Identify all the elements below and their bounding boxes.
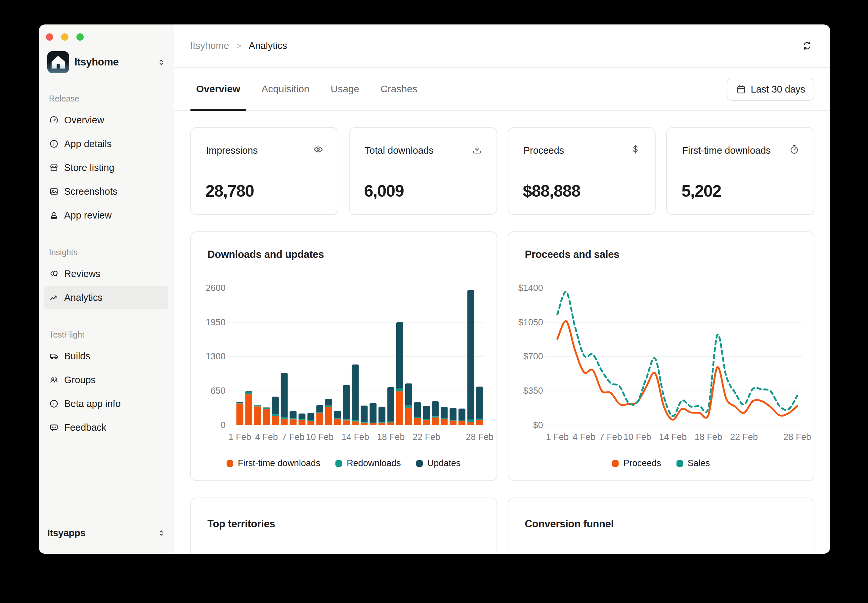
stat-title: Proceeds [524, 145, 564, 156]
date-range-button[interactable]: Last 30 days [727, 78, 814, 101]
svg-text:1 Feb: 1 Feb [229, 432, 251, 442]
svg-text:7 Feb: 7 Feb [282, 432, 305, 442]
calendar-icon [736, 84, 746, 94]
legend-label: Redownloads [347, 458, 401, 468]
conversion-funnel-card: Conversion funnel [508, 498, 815, 554]
svg-text:0: 0 [221, 420, 226, 430]
sidebar-item-overview[interactable]: Overview [44, 108, 168, 132]
info-icon [49, 399, 59, 409]
account-switcher[interactable]: Itsyapps [47, 523, 166, 543]
section-label-insights: Insights [49, 247, 165, 257]
chevrons-updown-icon [157, 58, 166, 67]
sidebar: Itsyhome ReleaseOverviewApp detailsStore… [39, 25, 174, 554]
legend-swatch [416, 460, 423, 467]
proceeds-sales-line-chart: $0$350$700$1050$14001 Feb4 Feb7 Feb10 Fe… [508, 232, 814, 480]
sidebar-item-label: Screenshots [64, 186, 118, 197]
minimize-window-button[interactable] [61, 33, 68, 41]
sidebar-item-store-listing[interactable]: Store listing [44, 156, 168, 179]
sidebar-item-app-details[interactable]: App details [44, 132, 168, 156]
stat-cards-row: Impressions28,780Total downloads6,009Pro… [190, 127, 814, 215]
reviews-icon [49, 269, 59, 279]
svg-text:22 Feb: 22 Feb [412, 432, 440, 442]
breadcrumb: Itsyhome > Analytics [190, 40, 800, 51]
svg-text:650: 650 [211, 386, 226, 396]
svg-text:7 Feb: 7 Feb [599, 432, 622, 442]
svg-text:4 Feb: 4 Feb [573, 432, 595, 442]
footer-app-name: Itsyapps [47, 527, 157, 538]
legend-swatch [335, 460, 342, 467]
chevrons-updown-icon [157, 58, 166, 67]
sidebar-item-groups[interactable]: Groups [44, 368, 168, 392]
stat-value: 28,780 [205, 181, 254, 201]
svg-text:18 Feb: 18 Feb [694, 432, 722, 442]
tab-acquisition[interactable]: Acquisition [256, 68, 315, 110]
legend-swatch [226, 460, 233, 467]
tab-bar: OverviewAcquisitionUsageCrashes Last 30 … [174, 68, 830, 111]
stat-value: $88,888 [523, 181, 581, 201]
breadcrumb-app[interactable]: Itsyhome [190, 40, 229, 51]
legend-item-sales: Sales [676, 458, 710, 468]
svg-text:14 Feb: 14 Feb [341, 432, 369, 442]
line-chart-legend: ProceedsSales [508, 458, 814, 468]
svg-text:2600: 2600 [206, 283, 226, 293]
stat-value: 5,202 [681, 181, 721, 201]
tab-crashes[interactable]: Crashes [374, 68, 423, 110]
stat-card-proceeds: Proceeds$88,888 [508, 127, 656, 215]
app-switcher[interactable]: Itsyhome [47, 51, 166, 73]
download-icon [471, 144, 483, 155]
svg-text:$1050: $1050 [518, 317, 543, 327]
sidebar-item-analytics[interactable]: Analytics [44, 286, 168, 309]
downloads-chart-card: Downloads and updates 06501300195026001 … [190, 231, 497, 481]
close-window-button[interactable] [46, 33, 53, 41]
stamp-icon [49, 210, 59, 220]
sidebar-item-app-review[interactable]: App review [44, 203, 168, 227]
eye-icon [313, 144, 324, 155]
bar-chart-legend: First-time downloadsRedownloadsUpdates [191, 458, 496, 468]
house-app-icon [47, 51, 69, 73]
stat-title: Total downloads [365, 145, 434, 156]
svg-text:4 Feb: 4 Feb [255, 432, 278, 442]
tab-overview[interactable]: Overview [190, 68, 246, 110]
breadcrumb-current: Analytics [249, 40, 287, 51]
sidebar-item-feedback[interactable]: Feedback [44, 416, 168, 439]
tab-usage[interactable]: Usage [325, 68, 366, 110]
refresh-button[interactable] [800, 39, 814, 53]
svg-text:$1400: $1400 [518, 283, 543, 293]
svg-text:28 Feb: 28 Feb [466, 432, 494, 442]
sidebar-item-screenshots[interactable]: Screenshots [44, 179, 168, 203]
svg-text:18 Feb: 18 Feb [377, 432, 405, 442]
legend-swatch [676, 460, 683, 467]
legend-label: Updates [427, 458, 461, 468]
legend-label: First-time downloads [238, 458, 320, 468]
card-title: Conversion funnel [525, 518, 614, 530]
section-label-release: Release [49, 94, 165, 103]
svg-text:10 Feb: 10 Feb [623, 432, 651, 442]
charts-row: Downloads and updates 06501300195026001 … [190, 231, 814, 481]
legend-item-proceeds: Proceeds [612, 458, 661, 468]
sidebar-item-label: App details [64, 139, 112, 150]
svg-text:$700: $700 [523, 351, 543, 361]
sidebar-item-beta-app-info[interactable]: Beta app info [44, 392, 168, 416]
sidebar-item-builds[interactable]: Builds [44, 344, 168, 368]
window-controls [46, 33, 84, 41]
analytics-icon [49, 292, 59, 303]
sidebar-nav: ReleaseOverviewApp detailsStore listingS… [47, 94, 165, 439]
sidebar-item-label: Overview [64, 115, 104, 125]
sidebar-item-reviews[interactable]: Reviews [44, 262, 168, 286]
svg-text:$350: $350 [523, 386, 543, 396]
card-title: Top territories [208, 518, 275, 530]
sidebar-item-label: Analytics [64, 292, 102, 303]
section-label-testflight: TestFlight [49, 330, 165, 339]
zoom-window-button[interactable] [76, 33, 84, 41]
svg-text:14 Feb: 14 Feb [659, 432, 687, 442]
dollar-icon [630, 144, 641, 155]
stat-card-total-downloads: Total downloads6,009 [349, 127, 497, 215]
stat-title: First-time downloads [682, 145, 771, 156]
breadcrumb-separator: > [237, 41, 242, 51]
sidebar-item-label: Beta app info [64, 398, 121, 409]
stat-card-first-time-downloads: First-time downloads5,202 [666, 127, 814, 215]
stat-card-impressions: Impressions28,780 [190, 127, 338, 215]
sidebar-item-label: Builds [64, 351, 90, 362]
refresh-icon [801, 40, 812, 51]
downloads-updates-bar-chart: 06501300195026001 Feb4 Feb7 Feb10 Feb14 … [191, 232, 496, 480]
